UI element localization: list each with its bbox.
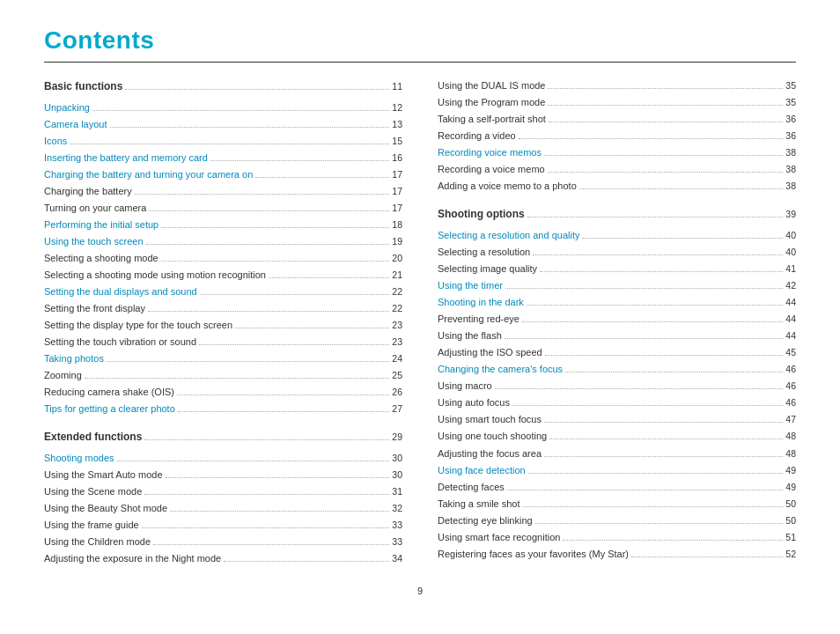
entry-dots xyxy=(107,361,389,362)
entry-page-number: 17 xyxy=(392,167,402,181)
entry-text: Using the Program mode xyxy=(438,95,545,110)
section-heading-row: Shooting options39 xyxy=(438,206,796,226)
entry-text: Taking a self-portrait shot xyxy=(438,112,546,127)
entry-page-number: 36 xyxy=(785,112,796,126)
toc-entry: Registering faces as your favorites (My … xyxy=(438,547,796,562)
entry-text: Selecting a shooting mode xyxy=(44,251,158,266)
entry-dots xyxy=(161,261,390,262)
entry-text: Registering faces as your favorites (My … xyxy=(438,547,629,562)
entry-page-number: 26 xyxy=(392,385,402,399)
toc-entry: Using the Program mode35 xyxy=(438,95,796,110)
entry-dots xyxy=(548,88,783,89)
entry-dots xyxy=(548,172,784,173)
entry-page-number: 46 xyxy=(785,379,796,393)
toc-entry: Recording voice memos38 xyxy=(438,145,796,160)
entry-page-number: 38 xyxy=(785,145,796,159)
entry-page-number: 32 xyxy=(392,501,402,515)
entry-text: Using auto focus xyxy=(438,395,510,410)
entry-text: Using the frame guide xyxy=(44,518,139,533)
toc-entry: Preventing red-eye44 xyxy=(438,312,796,327)
toc-section-1: Extended functions29Shooting modes30Usin… xyxy=(44,429,402,566)
toc-entry: Recording a voice memo38 xyxy=(438,162,796,177)
entry-text: Recording voice memos xyxy=(438,145,542,160)
toc-entry: Selecting a resolution and quality40 xyxy=(438,228,796,243)
toc-entry: Selecting a shooting mode20 xyxy=(44,251,402,266)
toc-entry: Setting the touch vibration or sound23 xyxy=(44,335,402,350)
toc-entry: Detecting faces49 xyxy=(438,480,796,495)
toc-entry: Setting the dual displays and sound22 xyxy=(44,284,402,299)
entry-page-number: 38 xyxy=(785,179,796,193)
entry-dots xyxy=(210,160,389,161)
entry-dots xyxy=(533,254,783,255)
entry-page-number: 30 xyxy=(392,468,402,482)
entry-dots xyxy=(544,422,783,423)
section-heading-text: Extended functions xyxy=(44,429,142,446)
entry-dots xyxy=(153,544,389,545)
toc-section-0: Using the DUAL IS mode35Using the Progra… xyxy=(438,78,796,194)
entry-page-number: 24 xyxy=(392,351,402,365)
entry-page-number: 12 xyxy=(392,100,402,114)
toc-entry: Selecting a shooting mode using motion r… xyxy=(44,268,402,283)
entry-page-number: 15 xyxy=(392,134,402,148)
entry-text: Performing the initial setup xyxy=(44,217,158,232)
entry-dots xyxy=(535,523,784,524)
entry-dots xyxy=(117,461,390,461)
entry-text: Icons xyxy=(44,134,67,149)
toc-entry: Taking a self-portrait shot36 xyxy=(438,112,796,127)
entry-text: Recording a video xyxy=(438,129,516,144)
entry-page-number: 44 xyxy=(785,312,796,326)
entry-text: Taking photos xyxy=(44,351,104,366)
toc-entry: Icons15 xyxy=(44,134,402,149)
entry-text: Using the flash xyxy=(438,328,502,343)
toc-entry: Setting the display type for the touch s… xyxy=(44,318,402,333)
entry-page-number: 40 xyxy=(785,245,796,259)
entry-text: Recording a voice memo xyxy=(438,162,545,177)
entry-text: Using the Scene mode xyxy=(44,484,142,499)
entry-page-number: 27 xyxy=(392,402,402,416)
entry-page-number: 23 xyxy=(392,318,402,332)
toc-entry: Using the DUAL IS mode35 xyxy=(438,78,796,93)
entry-text: Using the Beauty Shot mode xyxy=(44,501,167,516)
toc-entry: Selecting image quality41 xyxy=(438,262,796,276)
entry-text: Using the Children mode xyxy=(44,534,151,549)
toc-entry: Using the touch screen19 xyxy=(44,234,402,249)
toc-entry: Recording a video36 xyxy=(438,129,796,144)
title-divider xyxy=(44,62,796,63)
entry-dots xyxy=(505,288,783,289)
entry-dots xyxy=(544,456,783,457)
entry-dots xyxy=(582,238,783,239)
entry-text: Shooting modes xyxy=(44,451,114,466)
entry-dots xyxy=(565,372,783,372)
section-page-number: 29 xyxy=(392,430,402,444)
toc-entry: Using the Beauty Shot mode32 xyxy=(44,501,402,516)
entry-page-number: 17 xyxy=(392,201,402,215)
entry-dots xyxy=(142,527,390,528)
entry-dots xyxy=(544,155,783,156)
entry-text: Camera layout xyxy=(44,117,107,132)
entry-text: Setting the dual displays and sound xyxy=(44,284,197,299)
toc-entry: Detecting eye blinking50 xyxy=(438,513,796,528)
entry-page-number: 46 xyxy=(785,395,796,409)
entry-text: Detecting eye blinking xyxy=(438,513,533,528)
entry-text: Detecting faces xyxy=(438,480,505,495)
entry-text: Adjusting the focus area xyxy=(438,446,542,461)
entry-page-number: 35 xyxy=(785,95,796,109)
toc-section-1: Shooting options39Selecting a resolution… xyxy=(438,206,796,562)
entry-dots xyxy=(166,477,390,478)
entry-dots xyxy=(631,557,783,557)
toc-entry: Adjusting the exposure in the Night mode… xyxy=(44,551,402,566)
entry-dots xyxy=(545,355,784,356)
entry-text: Adding a voice memo to a photo xyxy=(438,179,577,194)
entry-dots xyxy=(161,227,389,228)
entry-dots xyxy=(149,210,389,211)
entry-page-number: 44 xyxy=(785,328,796,343)
entry-text: Selecting a resolution xyxy=(438,245,530,260)
toc-entry: Using auto focus46 xyxy=(438,395,796,410)
entry-dots xyxy=(505,338,784,339)
entry-page-number: 36 xyxy=(785,129,796,143)
entry-dots xyxy=(523,506,784,507)
toc-entry: Tips for getting a clearer photo27 xyxy=(44,402,402,417)
entry-dots xyxy=(269,277,389,278)
entry-page-number: 50 xyxy=(785,513,796,527)
toc-entry: Using the Scene mode31 xyxy=(44,484,402,499)
